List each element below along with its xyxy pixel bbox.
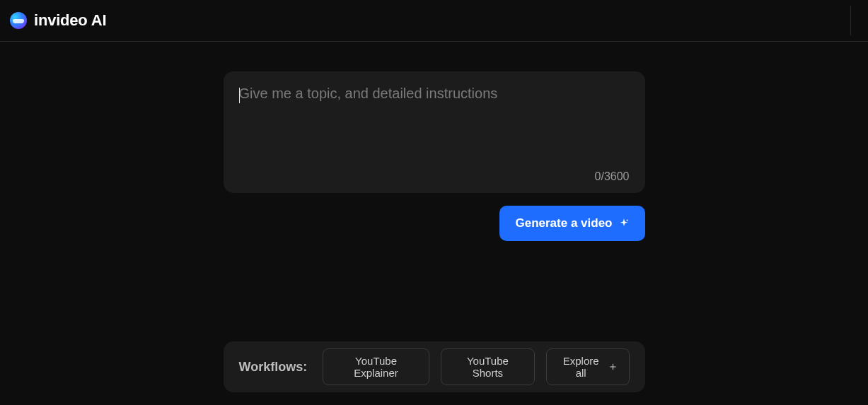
- char-counter: 0/3600: [239, 170, 630, 183]
- sparkle-icon: [618, 218, 630, 229]
- workflow-chip-youtube-explainer[interactable]: YouTube Explainer: [323, 348, 429, 385]
- generate-video-label: Generate a video: [515, 216, 612, 230]
- header-divider: [850, 6, 851, 35]
- workflows-bar: Workflows: YouTube Explainer YouTube Sho…: [224, 341, 645, 392]
- main-area: 0/3600 Generate a video: [0, 42, 868, 241]
- plus-icon: [608, 362, 618, 372]
- prompt-input[interactable]: [239, 86, 630, 170]
- action-row: Generate a video: [224, 206, 645, 241]
- text-cursor: [239, 88, 241, 103]
- app-header: invideo AI: [0, 0, 868, 42]
- workflow-chip-explore-all[interactable]: Explore all: [546, 348, 630, 385]
- prompt-box: 0/3600: [224, 71, 645, 193]
- workflow-chips: YouTube Explainer YouTube Shorts Explore…: [323, 348, 629, 385]
- explore-all-label: Explore all: [558, 355, 604, 379]
- brand-name: invideo AI: [34, 11, 106, 30]
- workflow-chip-youtube-shorts[interactable]: YouTube Shorts: [441, 348, 535, 385]
- generate-video-button[interactable]: Generate a video: [499, 206, 644, 241]
- brand-logo-wrap[interactable]: invideo AI: [10, 11, 106, 30]
- workflows-label: Workflows:: [239, 360, 308, 375]
- workflow-chip-label: YouTube Shorts: [453, 355, 523, 379]
- workflow-chip-label: YouTube Explainer: [335, 355, 417, 379]
- brand-logo-icon: [10, 12, 27, 29]
